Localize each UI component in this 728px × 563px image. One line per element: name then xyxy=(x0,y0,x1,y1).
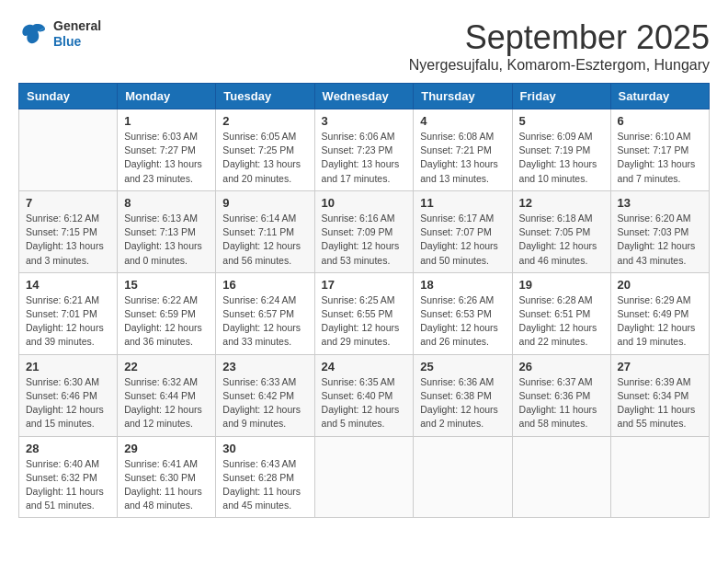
calendar-cell: 19Sunrise: 6:28 AMSunset: 6:51 PMDayligh… xyxy=(512,272,610,354)
calendar-cell: 8Sunrise: 6:13 AMSunset: 7:13 PMDaylight… xyxy=(118,190,216,272)
day-info: Sunrise: 6:39 AMSunset: 6:34 PMDaylight:… xyxy=(618,375,702,431)
calendar-cell: 27Sunrise: 6:39 AMSunset: 6:34 PMDayligh… xyxy=(610,354,709,436)
day-info: Sunrise: 6:41 AMSunset: 6:30 PMDaylight:… xyxy=(124,457,209,513)
day-number: 14 xyxy=(26,278,110,292)
location: Nyergesujfalu, Komarom-Esztergom, Hungar… xyxy=(409,57,710,74)
calendar-cell: 5Sunrise: 6:09 AMSunset: 7:19 PMDaylight… xyxy=(512,109,610,191)
calendar-week-row: 1Sunrise: 6:03 AMSunset: 7:27 PMDaylight… xyxy=(19,109,710,191)
day-number: 12 xyxy=(519,196,604,210)
weekday-header-wednesday: Wednesday xyxy=(314,84,414,109)
calendar-cell: 20Sunrise: 6:29 AMSunset: 6:49 PMDayligh… xyxy=(610,272,709,354)
calendar-week-row: 21Sunrise: 6:30 AMSunset: 6:46 PMDayligh… xyxy=(19,354,710,436)
day-info: Sunrise: 6:10 AMSunset: 7:17 PMDaylight:… xyxy=(618,130,702,186)
calendar-cell: 4Sunrise: 6:08 AMSunset: 7:21 PMDaylight… xyxy=(414,109,512,191)
calendar-cell: 17Sunrise: 6:25 AMSunset: 6:55 PMDayligh… xyxy=(314,272,414,354)
day-number: 24 xyxy=(322,360,407,373)
calendar-cell: 2Sunrise: 6:05 AMSunset: 7:25 PMDaylight… xyxy=(216,109,314,191)
day-number: 23 xyxy=(222,360,307,373)
day-info: Sunrise: 6:06 AMSunset: 7:23 PMDaylight:… xyxy=(322,130,407,186)
day-number: 19 xyxy=(519,278,604,292)
day-info: Sunrise: 6:29 AMSunset: 6:49 PMDaylight:… xyxy=(618,293,702,350)
day-info: Sunrise: 6:43 AMSunset: 6:28 PMDaylight:… xyxy=(222,457,307,513)
day-number: 11 xyxy=(420,196,505,210)
logo-icon xyxy=(18,19,48,49)
day-number: 21 xyxy=(26,360,110,373)
day-info: Sunrise: 6:18 AMSunset: 7:05 PMDaylight:… xyxy=(519,212,604,268)
calendar-cell: 10Sunrise: 6:16 AMSunset: 7:09 PMDayligh… xyxy=(314,190,414,272)
day-info: Sunrise: 6:25 AMSunset: 6:55 PMDaylight:… xyxy=(322,293,407,350)
day-info: Sunrise: 6:13 AMSunset: 7:13 PMDaylight:… xyxy=(124,212,209,268)
calendar-cell: 28Sunrise: 6:40 AMSunset: 6:32 PMDayligh… xyxy=(19,436,118,518)
calendar-cell: 15Sunrise: 6:22 AMSunset: 6:59 PMDayligh… xyxy=(118,272,216,354)
day-info: Sunrise: 6:14 AMSunset: 7:11 PMDaylight:… xyxy=(222,212,307,268)
day-info: Sunrise: 6:33 AMSunset: 6:42 PMDaylight:… xyxy=(222,375,307,431)
day-number: 26 xyxy=(519,360,604,373)
calendar-cell xyxy=(314,436,414,518)
calendar-cell: 7Sunrise: 6:12 AMSunset: 7:15 PMDaylight… xyxy=(19,190,118,272)
day-number: 18 xyxy=(420,278,505,292)
calendar-cell: 16Sunrise: 6:24 AMSunset: 6:57 PMDayligh… xyxy=(216,272,314,354)
calendar-cell: 11Sunrise: 6:17 AMSunset: 7:07 PMDayligh… xyxy=(414,190,512,272)
day-number: 16 xyxy=(222,278,307,292)
day-number: 13 xyxy=(618,196,702,210)
day-info: Sunrise: 6:26 AMSunset: 6:53 PMDaylight:… xyxy=(420,293,505,350)
calendar-cell xyxy=(414,436,512,518)
day-info: Sunrise: 6:40 AMSunset: 6:32 PMDaylight:… xyxy=(26,457,110,513)
calendar-cell: 23Sunrise: 6:33 AMSunset: 6:42 PMDayligh… xyxy=(216,354,314,436)
day-info: Sunrise: 6:08 AMSunset: 7:21 PMDaylight:… xyxy=(420,130,505,186)
calendar-cell xyxy=(19,109,118,191)
day-info: Sunrise: 6:12 AMSunset: 7:15 PMDaylight:… xyxy=(26,212,110,268)
calendar-table: SundayMondayTuesdayWednesdayThursdayFrid… xyxy=(18,83,710,518)
day-number: 10 xyxy=(322,196,407,210)
day-number: 17 xyxy=(322,278,407,292)
day-number: 30 xyxy=(222,442,307,455)
weekday-header-tuesday: Tuesday xyxy=(216,84,314,109)
day-info: Sunrise: 6:17 AMSunset: 7:07 PMDaylight:… xyxy=(420,212,505,268)
day-number: 28 xyxy=(26,442,110,455)
weekday-header-friday: Friday xyxy=(512,84,610,109)
day-number: 9 xyxy=(222,196,307,210)
day-info: Sunrise: 6:05 AMSunset: 7:25 PMDaylight:… xyxy=(222,130,307,186)
weekday-header-sunday: Sunday xyxy=(19,84,118,109)
calendar-cell: 18Sunrise: 6:26 AMSunset: 6:53 PMDayligh… xyxy=(414,272,512,354)
day-number: 6 xyxy=(618,114,702,128)
calendar-cell xyxy=(610,436,709,518)
day-info: Sunrise: 6:30 AMSunset: 6:46 PMDaylight:… xyxy=(26,375,110,431)
weekday-header-saturday: Saturday xyxy=(610,84,709,109)
day-number: 25 xyxy=(420,360,505,373)
calendar-cell: 12Sunrise: 6:18 AMSunset: 7:05 PMDayligh… xyxy=(512,190,610,272)
calendar-cell: 3Sunrise: 6:06 AMSunset: 7:23 PMDaylight… xyxy=(314,109,414,191)
day-info: Sunrise: 6:28 AMSunset: 6:51 PMDaylight:… xyxy=(519,293,604,350)
day-number: 20 xyxy=(618,278,702,292)
day-number: 4 xyxy=(420,114,505,128)
day-number: 7 xyxy=(26,196,110,210)
day-number: 15 xyxy=(124,278,209,292)
day-info: Sunrise: 6:35 AMSunset: 6:40 PMDaylight:… xyxy=(322,375,407,431)
day-number: 29 xyxy=(124,442,209,455)
day-number: 2 xyxy=(222,114,307,128)
calendar-cell: 9Sunrise: 6:14 AMSunset: 7:11 PMDaylight… xyxy=(216,190,314,272)
day-info: Sunrise: 6:22 AMSunset: 6:59 PMDaylight:… xyxy=(124,293,209,350)
calendar-cell: 25Sunrise: 6:36 AMSunset: 6:38 PMDayligh… xyxy=(414,354,512,436)
weekday-header-thursday: Thursday xyxy=(414,84,512,109)
day-info: Sunrise: 6:32 AMSunset: 6:44 PMDaylight:… xyxy=(124,375,209,431)
day-number: 3 xyxy=(322,114,407,128)
calendar-cell: 13Sunrise: 6:20 AMSunset: 7:03 PMDayligh… xyxy=(610,190,709,272)
calendar-cell: 1Sunrise: 6:03 AMSunset: 7:27 PMDaylight… xyxy=(118,109,216,191)
logo: General Blue xyxy=(18,18,101,50)
calendar-cell: 26Sunrise: 6:37 AMSunset: 6:36 PMDayligh… xyxy=(512,354,610,436)
page-header: General Blue September 2025 Nyergesujfal… xyxy=(18,18,710,74)
day-number: 1 xyxy=(124,114,209,128)
calendar-week-row: 28Sunrise: 6:40 AMSunset: 6:32 PMDayligh… xyxy=(19,436,710,518)
day-info: Sunrise: 6:16 AMSunset: 7:09 PMDaylight:… xyxy=(322,212,407,268)
calendar-cell: 21Sunrise: 6:30 AMSunset: 6:46 PMDayligh… xyxy=(19,354,118,436)
calendar-week-row: 7Sunrise: 6:12 AMSunset: 7:15 PMDaylight… xyxy=(19,190,710,272)
day-number: 5 xyxy=(519,114,604,128)
day-info: Sunrise: 6:36 AMSunset: 6:38 PMDaylight:… xyxy=(420,375,505,431)
calendar-cell: 30Sunrise: 6:43 AMSunset: 6:28 PMDayligh… xyxy=(216,436,314,518)
calendar-cell xyxy=(512,436,610,518)
day-info: Sunrise: 6:37 AMSunset: 6:36 PMDaylight:… xyxy=(519,375,604,431)
day-number: 22 xyxy=(124,360,209,373)
title-section: September 2025 Nyergesujfalu, Komarom-Es… xyxy=(409,18,710,74)
day-info: Sunrise: 6:09 AMSunset: 7:19 PMDaylight:… xyxy=(519,130,604,186)
